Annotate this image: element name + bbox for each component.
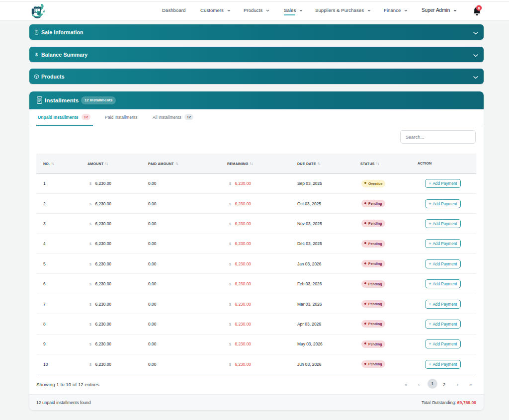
svg-text:6: 6 bbox=[478, 6, 480, 10]
